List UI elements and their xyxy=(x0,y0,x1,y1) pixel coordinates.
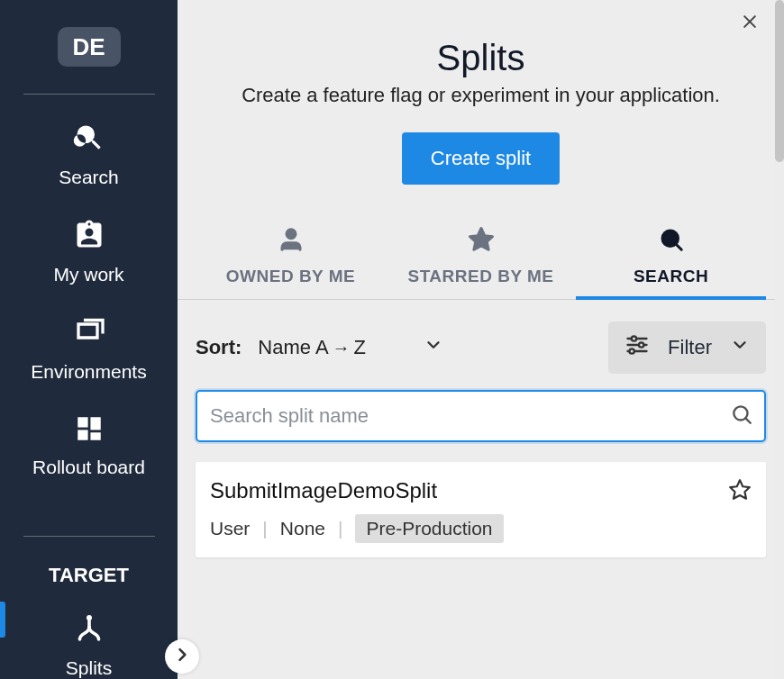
grid-icon xyxy=(74,413,105,448)
svg-rect-0 xyxy=(77,417,87,427)
toolbar: Sort: Name A → Z Filter xyxy=(178,300,784,390)
tab-label: OWNED BY ME xyxy=(226,267,355,286)
sidebar-item-label: Splits xyxy=(66,657,112,679)
search-field-wrap xyxy=(196,390,766,442)
search-icon xyxy=(730,403,753,430)
search-input[interactable] xyxy=(196,390,766,442)
split-icon xyxy=(73,612,105,648)
page-title: Splits xyxy=(178,38,784,78)
sidebar-item-my-work[interactable]: My work xyxy=(0,219,178,285)
main-panel: Splits Create a feature flag or experime… xyxy=(178,0,784,679)
section-header-target: TARGET xyxy=(49,564,129,587)
layers-icon xyxy=(73,316,105,352)
svg-rect-1 xyxy=(90,417,100,430)
expand-sidebar-button[interactable] xyxy=(165,639,199,674)
svg-point-12 xyxy=(632,336,636,340)
sidebar-item-label: Search xyxy=(59,167,119,188)
scrollbar-thumb[interactable] xyxy=(775,0,784,162)
divider xyxy=(23,94,155,95)
search-icon xyxy=(73,122,105,158)
svg-point-16 xyxy=(630,349,634,353)
sidebar: DE Search My work Environments Rollout b… xyxy=(0,0,178,679)
star-outline-icon xyxy=(728,489,752,504)
split-owner: None xyxy=(280,518,325,539)
sidebar-item-splits[interactable]: Splits xyxy=(0,612,178,679)
clipboard-user-icon xyxy=(73,219,105,255)
active-marker xyxy=(0,602,5,638)
sort-dropdown[interactable]: Sort: Name A → Z xyxy=(196,335,443,360)
sort-value-suffix: Z xyxy=(354,336,366,359)
sort-label: Sort: xyxy=(196,336,242,359)
user-icon xyxy=(278,226,305,258)
sidebar-item-label: Rollout board xyxy=(32,457,145,478)
svg-line-18 xyxy=(745,418,750,422)
sidebar-item-rollout-board[interactable]: Rollout board xyxy=(0,413,178,478)
sidebar-item-label: My work xyxy=(53,264,123,285)
sidebar-item-environments[interactable]: Environments xyxy=(0,316,178,383)
page-subtitle: Create a feature flag or experiment in y… xyxy=(178,84,784,107)
tab-owned-by-me[interactable]: OWNED BY ME xyxy=(196,226,386,299)
svg-line-10 xyxy=(676,244,681,249)
filter-label: Filter xyxy=(668,336,712,359)
tab-label: SEARCH xyxy=(634,267,708,286)
sort-value-prefix: Name A xyxy=(258,336,328,359)
svg-point-14 xyxy=(639,342,643,347)
split-row[interactable]: SubmitImageDemoSplit User | None | Pre-P… xyxy=(196,462,766,557)
sidebar-item-search[interactable]: Search xyxy=(0,122,178,188)
svg-marker-8 xyxy=(469,229,492,250)
search-icon xyxy=(658,226,685,258)
meta-separator: | xyxy=(262,518,267,539)
svg-rect-3 xyxy=(90,432,100,440)
chevron-right-icon xyxy=(173,646,191,667)
divider xyxy=(23,536,155,537)
split-name: SubmitImageDemoSplit xyxy=(210,478,752,503)
create-split-button[interactable]: Create split xyxy=(402,132,560,185)
tab-label: STARRED BY ME xyxy=(407,267,553,286)
environment-chip: Pre-Production xyxy=(355,514,503,543)
svg-point-7 xyxy=(287,230,296,239)
star-split-button[interactable] xyxy=(728,478,752,505)
close-icon xyxy=(741,18,759,33)
chevron-down-icon xyxy=(730,335,750,360)
star-icon xyxy=(468,226,495,258)
filter-button[interactable]: Filter xyxy=(608,321,766,374)
avatar[interactable]: DE xyxy=(58,27,121,67)
arrow-right-icon: → xyxy=(333,338,351,358)
meta-separator: | xyxy=(338,518,342,539)
tab-search[interactable]: SEARCH xyxy=(576,226,766,299)
sliders-icon xyxy=(624,332,650,363)
sidebar-item-label: Environments xyxy=(31,361,146,383)
tabs: OWNED BY ME STARRED BY ME SEARCH xyxy=(178,226,784,300)
svg-rect-2 xyxy=(77,430,87,439)
tab-starred-by-me[interactable]: STARRED BY ME xyxy=(386,226,576,299)
sort-value: Name A → Z xyxy=(258,336,366,359)
scrollbar[interactable] xyxy=(775,0,784,679)
close-button[interactable] xyxy=(741,13,759,34)
split-meta: User | None | Pre-Production xyxy=(210,514,752,543)
chevron-down-icon xyxy=(424,335,443,360)
svg-marker-19 xyxy=(730,480,750,499)
split-traffic-type: User xyxy=(210,518,250,539)
